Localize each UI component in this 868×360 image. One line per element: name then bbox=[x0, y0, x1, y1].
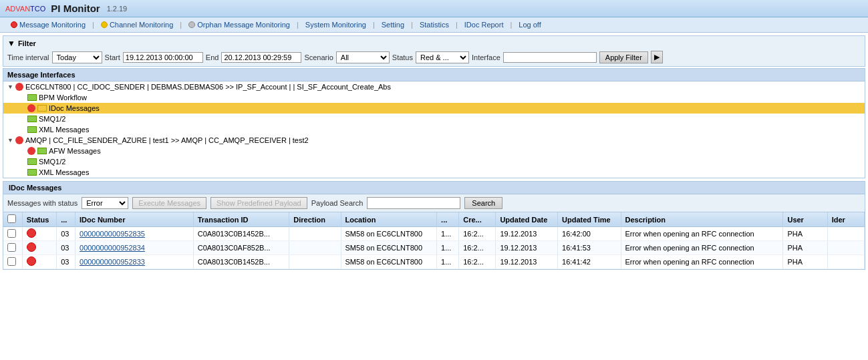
show-predefined-payload-button[interactable]: Show Predefined Payload bbox=[210, 197, 307, 209]
col-header-status[interactable]: Status bbox=[22, 212, 56, 227]
col-header-dots2[interactable]: ... bbox=[437, 212, 459, 227]
tree-row-ec6[interactable]: ▼ EC6CLNT800 | CC_IDOC_SENDER | DEBMAS.D… bbox=[3, 81, 865, 92]
col-header-description[interactable]: Description bbox=[621, 212, 783, 227]
status-dot-idoc bbox=[27, 104, 35, 112]
nav-sep-2: | bbox=[178, 21, 183, 29]
col-header-updated-date[interactable]: Updated Date bbox=[496, 212, 558, 227]
navbar: Message Monitoring | Channel Monitoring … bbox=[0, 17, 868, 33]
tree-row-smq2[interactable]: SMQ1/2 bbox=[3, 156, 865, 167]
scenario-label: Scenario bbox=[304, 53, 333, 61]
tree-row-smq1[interactable]: SMQ1/2 bbox=[3, 114, 865, 124]
col-header-checkbox bbox=[3, 212, 22, 227]
apply-filter-button[interactable]: Apply Filter bbox=[599, 51, 648, 63]
start-label: Start bbox=[105, 53, 120, 61]
td-cre-2: 16:2... bbox=[459, 241, 496, 255]
col-header-location[interactable]: Location bbox=[341, 212, 437, 227]
col-header-updated-time[interactable]: Updated Time bbox=[558, 212, 621, 227]
tree-row-idoc[interactable]: IDoc Messages bbox=[3, 103, 865, 114]
folder-icon-smq2 bbox=[27, 158, 37, 165]
filter-section: ▼ Filter Time interval Today Yesterday L… bbox=[3, 35, 865, 67]
expand-icon-smq1 bbox=[19, 116, 26, 122]
messages-status-select[interactable]: Error All bbox=[82, 197, 128, 209]
filter-controls: Time interval Today Yesterday Last Hour … bbox=[7, 51, 861, 63]
td-status-1 bbox=[22, 227, 56, 241]
status-select[interactable]: Red & ... All Green Red bbox=[416, 51, 469, 63]
nav-orphan-monitoring-label: Orphan Message Monitoring bbox=[197, 21, 290, 29]
logo: ADVANTCO bbox=[5, 5, 45, 13]
nav-message-monitoring-label: Message Monitoring bbox=[19, 21, 86, 29]
nav-system-monitoring[interactable]: System Monitoring bbox=[300, 19, 372, 30]
folder-icon-smq1 bbox=[27, 116, 37, 122]
nav-logoff[interactable]: Log off bbox=[513, 19, 546, 30]
status-icon-3 bbox=[27, 256, 36, 266]
expand-icon-afw bbox=[19, 148, 26, 154]
col-header-user[interactable]: User bbox=[783, 212, 827, 227]
td-date-1: 19.12.2013 bbox=[496, 227, 558, 241]
nav-channel-monitoring-label: Channel Monitoring bbox=[110, 21, 173, 29]
execute-messages-button[interactable]: Execute Messages bbox=[132, 197, 206, 209]
nav-sep-6: | bbox=[454, 21, 459, 29]
td-checkbox-3 bbox=[3, 255, 22, 269]
col-header-idoc-number[interactable]: IDoc Number bbox=[76, 212, 194, 227]
col-header-ider[interactable]: Ider bbox=[827, 212, 864, 227]
search-button[interactable]: Search bbox=[464, 197, 502, 209]
idoc-table-body: 03 0000000000952835 C0A8013C0B1452B... S… bbox=[3, 227, 865, 269]
td-dir-1 bbox=[289, 227, 341, 241]
idoc-link-3[interactable]: 0000000000952833 bbox=[80, 258, 145, 266]
payload-search-input[interactable] bbox=[367, 197, 460, 209]
nav-statistics[interactable]: Statistics bbox=[414, 19, 454, 30]
nav-logoff-label: Log off bbox=[519, 21, 541, 29]
nav-message-monitoring[interactable]: Message Monitoring bbox=[5, 19, 91, 30]
nav-orphan-monitoring[interactable]: Orphan Message Monitoring bbox=[183, 19, 295, 30]
tree-row-xml2[interactable]: XML Messages bbox=[3, 167, 865, 178]
row-checkbox-1[interactable] bbox=[7, 229, 16, 238]
row-checkbox-3[interactable] bbox=[7, 257, 16, 266]
next-button[interactable]: ▶ bbox=[651, 51, 663, 63]
tree-row-xml1[interactable]: XML Messages bbox=[3, 124, 865, 135]
col-header-cre[interactable]: Cre... bbox=[459, 212, 496, 227]
tree-row-afw[interactable]: AFW Messages bbox=[3, 146, 865, 156]
tree-row-bpm[interactable]: BPM Workflow bbox=[3, 92, 865, 103]
td-dots2-1: 1... bbox=[437, 227, 459, 241]
nav-sep-4: | bbox=[372, 21, 376, 29]
nav-sep-5: | bbox=[410, 21, 414, 29]
status-label: Status bbox=[392, 53, 413, 61]
td-checkbox-2 bbox=[3, 241, 22, 255]
col-header-direction[interactable]: Direction bbox=[289, 212, 341, 227]
message-interfaces-panel: Message Interfaces ▼ EC6CLNT800 | CC_IDO… bbox=[3, 68, 865, 178]
folder-icon-bpm bbox=[27, 94, 37, 101]
idoc-table: Status ... IDoc Number Transaction ID Di… bbox=[3, 212, 865, 269]
idoc-table-container: Status ... IDoc Number Transaction ID Di… bbox=[3, 212, 865, 269]
nav-sep-3: | bbox=[295, 21, 300, 29]
nav-channel-monitoring[interactable]: Channel Monitoring bbox=[96, 19, 178, 30]
col-header-transaction-id[interactable]: Transaction ID bbox=[193, 212, 289, 227]
nav-idoc-report[interactable]: IDoc Report bbox=[459, 19, 509, 30]
filter-icon: ▼ bbox=[7, 39, 15, 48]
td-idocnum-3: 0000000000952833 bbox=[76, 255, 194, 269]
app-title: PI Monitor bbox=[51, 3, 100, 14]
tree-row-amqp[interactable]: ▼ AMQP | CC_FILE_SENDER_AZURE | test1 >>… bbox=[3, 135, 865, 146]
idoc-link-2[interactable]: 0000000000952834 bbox=[80, 244, 145, 252]
tree-label-xml1: XML Messages bbox=[39, 126, 89, 134]
message-interfaces-header: Message Interfaces bbox=[3, 69, 865, 81]
folder-icon-afw bbox=[37, 148, 47, 154]
tree-label-smq1: SMQ1/2 bbox=[39, 115, 65, 123]
td-dots-1: 03 bbox=[57, 227, 76, 241]
idoc-link-1[interactable]: 0000000000952835 bbox=[80, 230, 145, 238]
nav-setting-label: Setting bbox=[382, 21, 404, 29]
interface-label: Interface bbox=[472, 53, 500, 61]
start-input[interactable] bbox=[123, 52, 203, 63]
scenario-select[interactable]: All bbox=[336, 51, 390, 63]
table-header-row: Status ... IDoc Number Transaction ID Di… bbox=[3, 212, 865, 227]
tree-label-smq2: SMQ1/2 bbox=[39, 158, 65, 166]
time-interval-select[interactable]: Today Yesterday Last Hour bbox=[52, 51, 102, 63]
nav-setting[interactable]: Setting bbox=[376, 19, 410, 30]
end-input[interactable] bbox=[221, 52, 301, 63]
row-checkbox-2[interactable] bbox=[7, 243, 16, 252]
interface-input[interactable] bbox=[503, 52, 597, 63]
col-header-dots[interactable]: ... bbox=[57, 212, 76, 227]
td-dir-2 bbox=[289, 241, 341, 255]
folder-icon-xml2 bbox=[27, 169, 37, 176]
select-all-checkbox[interactable] bbox=[7, 214, 16, 223]
nav-sep-7: | bbox=[509, 21, 513, 29]
